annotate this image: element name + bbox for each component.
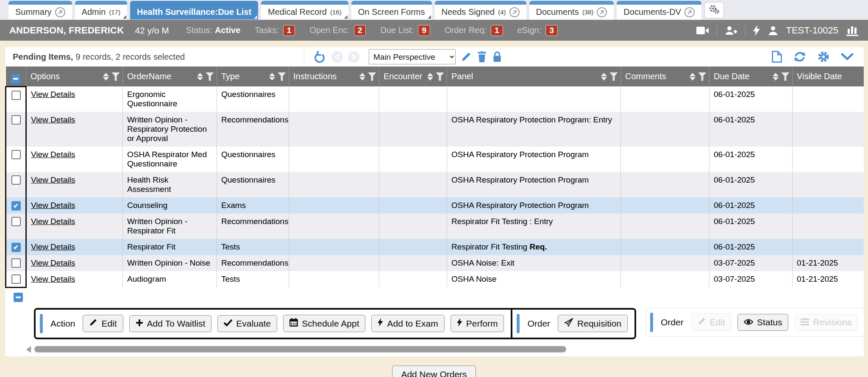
filter-funnel-icon[interactable]	[436, 72, 444, 81]
sort-icon[interactable]	[690, 73, 696, 80]
sort-icon[interactable]	[427, 73, 433, 80]
filter-funnel-icon[interactable]	[278, 72, 286, 81]
nav-back-icon[interactable]	[331, 51, 343, 63]
collapse-chevron-down-icon[interactable]	[841, 53, 854, 61]
tab-menu-corner-icon	[428, 15, 431, 19]
schedule-appt-button[interactable]: Schedule Appt	[283, 315, 365, 332]
tab-documents-dv[interactable]: Documents-DV	[617, 1, 701, 19]
tab-settings-button[interactable]	[704, 2, 724, 18]
view-details-link[interactable]: View Details	[31, 90, 75, 99]
filter-funnel-icon[interactable]	[111, 72, 120, 81]
refresh-icon[interactable]	[793, 50, 806, 63]
selected-actions-box: ActionEditAdd To WaitlistEvaluateSchedul…	[34, 308, 636, 339]
undo-icon[interactable]	[314, 50, 326, 63]
select-all-checkbox-bottom[interactable]	[14, 293, 23, 302]
cell-due-date: 06-01-2025	[709, 86, 793, 112]
grid-settings-gear-icon[interactable]	[817, 50, 830, 63]
view-details-link[interactable]: View Details	[31, 242, 75, 251]
column-header-options[interactable]: Options	[26, 67, 123, 86]
tab-on-screen-forms[interactable]: On Screen Forms	[351, 1, 432, 19]
filter-funnel-icon[interactable]	[698, 72, 707, 81]
filter-funnel-icon[interactable]	[781, 72, 790, 81]
nav-forward-icon[interactable]	[348, 51, 359, 63]
video-call-icon[interactable]	[696, 26, 709, 35]
tab-admin[interactable]: Admin(17)	[75, 1, 127, 19]
add-person-icon[interactable]	[725, 25, 737, 36]
row-checkbox[interactable]	[11, 217, 21, 226]
view-details-link[interactable]: View Details	[31, 115, 75, 124]
column-header-encounter[interactable]: Encounter	[379, 67, 447, 86]
column-header-ordername[interactable]: OrderName	[123, 67, 217, 86]
scroll-left-arrow-icon[interactable]	[26, 346, 31, 353]
select-all-checkbox[interactable]	[11, 74, 20, 83]
filter-funnel-icon[interactable]	[368, 72, 376, 81]
add-to-exam-button[interactable]: Add to Exam	[371, 315, 444, 332]
counter-badge[interactable]: 1	[283, 25, 295, 36]
lock-perspective-icon[interactable]	[492, 51, 502, 62]
row-checkbox[interactable]	[11, 175, 21, 185]
counter-badge[interactable]: 3	[545, 25, 558, 36]
reports-chart-icon[interactable]	[846, 25, 859, 36]
add-to-waitlist-button[interactable]: Add To Waitlist	[129, 315, 212, 332]
row-checkbox[interactable]	[11, 274, 21, 284]
row-checkbox[interactable]: ✔	[11, 201, 21, 211]
row-checkbox[interactable]	[11, 150, 21, 159]
open-in-popup-icon[interactable]	[684, 7, 695, 17]
evaluate-button[interactable]: Evaluate	[217, 315, 277, 332]
tab-summary[interactable]: Summary	[8, 1, 72, 19]
cell-type: Questionnaires	[217, 86, 289, 112]
column-header-due-date[interactable]: Due Date	[709, 67, 793, 86]
counter-badge[interactable]: 9	[418, 25, 430, 36]
column-header-type[interactable]: Type	[217, 67, 289, 86]
counter-label: Open Enc:	[309, 25, 350, 35]
sort-icon[interactable]	[197, 73, 203, 80]
sort-icon[interactable]	[773, 73, 779, 80]
quick-action-bolt-icon[interactable]	[753, 25, 760, 36]
button-label: Revisions	[813, 317, 851, 327]
perform-button[interactable]: Perform	[451, 315, 504, 332]
perspective-select[interactable]: Main Perspective	[369, 49, 456, 64]
open-in-popup-icon[interactable]	[597, 7, 607, 17]
sort-icon[interactable]	[359, 73, 365, 80]
horizontal-scrollbar[interactable]	[9, 346, 860, 353]
tab-medical-record[interactable]: Medical Record(16)	[261, 1, 348, 19]
view-details-link[interactable]: View Details	[31, 150, 75, 159]
row-checkbox[interactable]	[11, 91, 21, 100]
delete-perspective-trash-icon[interactable]	[477, 51, 487, 62]
sort-icon[interactable]	[269, 73, 275, 80]
edit-perspective-pencil-icon[interactable]	[461, 51, 472, 62]
open-in-popup-icon[interactable]	[55, 7, 65, 17]
view-details-link[interactable]: View Details	[31, 201, 75, 210]
view-details-link[interactable]: View Details	[31, 175, 75, 184]
open-in-popup-icon[interactable]	[509, 7, 520, 17]
sort-icon[interactable]	[601, 73, 607, 80]
column-header-instructions[interactable]: Instructions	[289, 67, 379, 86]
row-checkbox[interactable]	[11, 115, 21, 125]
sort-icon[interactable]	[103, 73, 109, 80]
tab-documents[interactable]: Documents(38)	[529, 1, 614, 19]
scrollbar-thumb[interactable]	[34, 346, 566, 352]
filter-funnel-icon[interactable]	[609, 72, 618, 81]
counter-badge[interactable]: 1	[491, 25, 503, 36]
column-header-visible-date[interactable]: Visible Date	[793, 67, 864, 86]
counter-badge[interactable]: 2	[354, 25, 366, 36]
edit-button[interactable]: Edit	[83, 315, 123, 332]
status-button[interactable]: Status	[737, 314, 789, 331]
cell-type: Tests	[217, 239, 289, 255]
tab-needs-signed[interactable]: Needs Signed(4)	[435, 1, 526, 19]
row-checkbox[interactable]	[11, 258, 21, 268]
new-document-icon[interactable]	[771, 50, 782, 63]
view-details-link[interactable]: View Details	[31, 274, 75, 283]
filter-funnel-icon[interactable]	[206, 72, 214, 81]
view-details-link[interactable]: View Details	[31, 217, 75, 226]
cell-instructions	[289, 147, 379, 172]
tab-health-surveillance-due-list[interactable]: Health Surveillance:Due List	[130, 1, 258, 19]
row-checkbox[interactable]: ✔	[11, 243, 21, 252]
column-header-panel[interactable]: Panel	[447, 67, 621, 86]
requisition-button[interactable]: Requisition	[558, 315, 628, 332]
column-header-comments[interactable]: Comments	[621, 67, 709, 86]
user-icon[interactable]	[768, 25, 778, 36]
add-new-orders-button[interactable]: Add New Orders	[392, 366, 476, 377]
view-details-link[interactable]: View Details	[31, 258, 75, 267]
cell-order-name: Ergonomic Questionnaire	[123, 86, 217, 112]
